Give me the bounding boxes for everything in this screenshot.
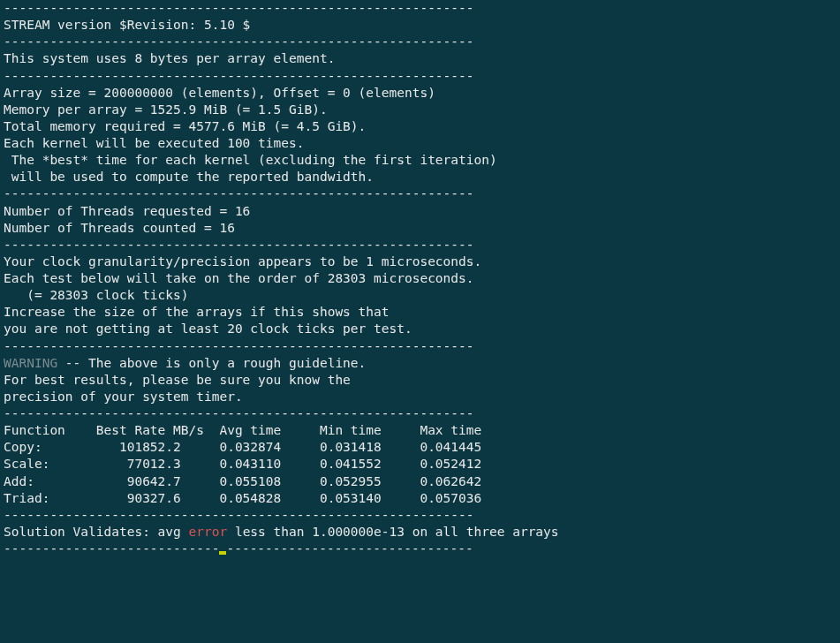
test-duration: Each test below will take on the order o… — [4, 271, 474, 285]
increase-note-2: you are not getting at least 20 clock ti… — [4, 322, 412, 336]
clock-ticks: (= 28303 clock ticks) — [4, 288, 189, 302]
warning-text-3: precision of your system timer. — [4, 390, 243, 404]
bytes-per-element: This system uses 8 bytes per array eleme… — [4, 51, 335, 65]
table-row: Copy: 101852.2 0.032874 0.031418 0.04144… — [4, 440, 481, 454]
table-row: Scale: 77012.3 0.043110 0.041552 0.05241… — [4, 457, 481, 471]
warning-text-2: For best results, please be sure you kno… — [4, 373, 351, 387]
array-size: Array size = 200000000 (elements), Offse… — [4, 86, 435, 100]
separator-partial-2: -------------------------------- — [226, 541, 473, 556]
separator: ----------------------------------------… — [4, 238, 474, 252]
separator: ----------------------------------------… — [4, 339, 474, 353]
clock-granularity: Your clock granularity/precision appears… — [4, 254, 481, 269]
separator: ----------------------------------------… — [4, 406, 474, 420]
memory-per-array: Memory per array = 1525.9 MiB (= 1.5 GiB… — [4, 102, 328, 117]
separator-partial: ---------------------------- — [4, 541, 219, 556]
warning-text-1: -- The above is only a rough guideline. — [57, 356, 366, 370]
best-time-note-1: The *best* time for each kernel (excludi… — [4, 153, 497, 167]
separator: ----------------------------------------… — [4, 1, 474, 15]
table-header: Function Best Rate MB/s Avg time Min tim… — [4, 423, 481, 437]
increase-note-1: Increase the size of the arrays if this … — [4, 305, 390, 319]
separator: ----------------------------------------… — [4, 69, 474, 83]
separator: ----------------------------------------… — [4, 508, 474, 522]
terminal-output: ----------------------------------------… — [0, 0, 840, 557]
best-time-note-2: will be used to compute the reported ban… — [4, 170, 374, 184]
table-row: Triad: 90327.6 0.054828 0.053140 0.05703… — [4, 491, 481, 505]
solution-prefix: Solution Validates: avg — [4, 525, 189, 539]
threads-counted: Number of Threads counted = 16 — [4, 221, 235, 235]
solution-suffix: less than 1.000000e-13 on all three arra… — [227, 525, 558, 539]
version-line: STREAM version $Revision: 5.10 $ — [4, 18, 250, 32]
warning-label: WARNING — [4, 356, 57, 370]
threads-requested: Number of Threads requested = 16 — [4, 204, 250, 218]
separator: ----------------------------------------… — [4, 34, 474, 49]
kernel-exec: Each kernel will be executed 100 times. — [4, 136, 304, 150]
error-word: error — [189, 525, 228, 539]
table-row: Add: 90642.7 0.055108 0.052955 0.062642 — [4, 474, 481, 488]
separator: ----------------------------------------… — [4, 186, 474, 200]
total-memory: Total memory required = 4577.6 MiB (= 4.… — [4, 119, 366, 133]
